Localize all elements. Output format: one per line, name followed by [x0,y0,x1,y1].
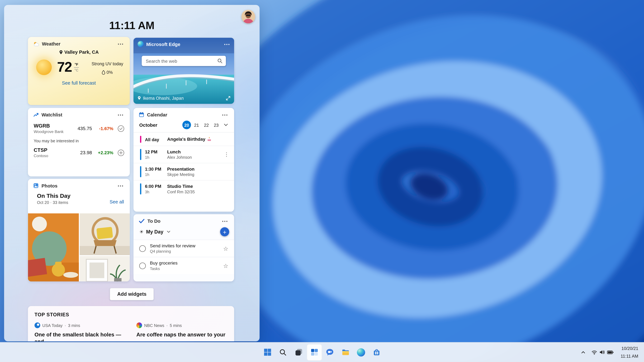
photo-location-pin-icon [138,96,141,100]
photos-heading: On This Day [37,192,70,199]
usa-today-logo-icon [34,323,40,328]
task-row[interactable]: Send invites for review Q4 planning ☆ [134,240,234,257]
story-headline[interactable]: Are coffee naps the answer to your [136,332,228,338]
stock-added-button[interactable] [116,124,125,133]
todo-icon [139,218,144,223]
story-age: 5 mins [170,323,182,328]
calendar-event[interactable]: 1:30 PM 1h Presentation Skype Meeting [134,163,234,180]
photo-thumbnail-frame[interactable] [80,256,130,281]
news-story[interactable]: NBC News · 5 mins Are coffee naps the an… [136,323,228,341]
todo-list-dropdown-button[interactable] [166,230,171,234]
event-title: Angela's Birthday [167,137,205,142]
calendar-event-allday[interactable]: All day Angela's Birthday [134,133,234,146]
stock-name: Contoso [34,154,72,158]
weather-more-button[interactable]: ⋯ [116,41,125,46]
event-color-bar [140,149,141,160]
stock-price: 435.75 [78,126,92,131]
calendar-event[interactable]: 6:00 PM 3h Studio Time Conf Rm 32/35 [134,180,234,197]
weather-widget: Weather ⋯ Valley Park, CA 72 °F °C Stron… [28,37,130,105]
store-button[interactable] [369,344,384,361]
photos-icon [33,183,39,188]
photos-more-button[interactable]: ⋯ [116,183,125,188]
photo-thumbnail-still-life[interactable] [28,213,79,281]
calendar-date-23[interactable]: 23 [212,121,220,129]
hidden-icons-button[interactable] [578,345,588,360]
todo-list-name[interactable]: My Day [146,229,164,235]
widgets-panel: 11:11 AM Weather ⋯ [4,5,260,342]
widgets-button[interactable] [306,344,322,361]
calendar-date-22[interactable]: 22 [202,121,211,129]
my-day-sun-icon: ☀ [139,229,144,235]
weather-location-row: Valley Park, CA [28,50,130,55]
stock-change: +2.23% [92,150,113,155]
chat-button[interactable] [322,344,337,361]
todo-more-button[interactable]: ⋯ [220,218,229,223]
add-task-button[interactable]: + [220,227,229,236]
story-source: USA Today [42,323,63,328]
taskbar-clock[interactable]: 10/20/21 11:11 AM [617,345,642,360]
user-avatar[interactable] [242,10,255,23]
task-checkbox[interactable] [139,262,146,269]
chevron-up-icon [581,350,586,355]
calendar-expand-button[interactable] [223,123,229,127]
user-avatar-image [242,10,255,23]
top-stories-heading: TOP STORIES [28,306,234,323]
calendar-date-20[interactable]: 20 [182,121,191,129]
volume-icon [599,350,605,355]
edge-icon [138,41,144,47]
see-full-forecast-link[interactable]: See full forecast [28,80,130,85]
event-duration: 1h [145,172,164,177]
stock-row[interactable]: CTSP Contoso 23.98 +2.23% [28,144,130,160]
event-time: 12 PM [145,149,164,154]
desktop: 11:11 AM Weather ⋯ [0,0,644,362]
task-row[interactable]: Buy groceries Tasks ☆ [134,257,234,274]
event-subtitle: Skype Meeting [167,172,194,177]
todo-widget: To Do ⋯ ☀ My Day + Send invites for revi… [134,214,234,281]
droplet-icon [102,70,105,74]
edge-search-input[interactable] [142,56,226,66]
calendar-event[interactable]: 12 PM 1h Lunch Alex Johnson ⋮ [134,146,234,163]
watchlist-suggestion-label: You may be interested in [28,136,130,144]
stock-price: 23.98 [80,150,92,155]
story-headline[interactable]: One of the smallest black holes — and [34,332,126,341]
see-all-link[interactable]: See all [110,199,124,204]
search-button[interactable] [275,344,290,361]
event-title: Lunch [167,149,192,154]
task-checkbox[interactable] [139,245,146,252]
file-explorer-button[interactable] [338,344,353,361]
task-view-icon [295,348,302,356]
stock-name: Woodgrove Bank [34,129,72,134]
event-options-button[interactable]: ⋮ [222,152,231,157]
battery-icon [607,350,614,354]
task-star-button[interactable]: ☆ [222,245,229,252]
network-volume-battery-button[interactable] [588,345,616,360]
wifi-icon [592,350,597,355]
photos-widget: Photos ⋯ On This Day Oct 20 · 33 items S… [28,179,130,281]
edge-more-button[interactable]: ⋯ [223,41,231,47]
event-title: Studio Time [167,184,195,189]
expand-icon[interactable] [226,96,230,100]
start-button[interactable] [260,344,275,361]
calendar-more-button[interactable]: ⋯ [220,112,229,117]
photo-thumbnail-chair[interactable] [80,213,130,255]
stock-row[interactable]: WGRB Woodgrove Bank 435.75 -1.67% [28,120,130,136]
event-color-bar [140,136,141,143]
chevron-down-icon [224,124,228,126]
unit-celsius[interactable]: °C [74,68,79,73]
chevron-down-icon [167,231,170,233]
stock-add-button[interactable] [116,149,125,157]
news-story[interactable]: USA Today · 3 mins One of the smallest b… [34,323,126,341]
weather-unit-toggle[interactable]: °F °C [74,63,79,73]
watchlist-more-button[interactable]: ⋯ [116,112,125,117]
add-widgets-button[interactable]: Add widgets [110,288,154,300]
story-separator: · [64,323,66,328]
bridge-photo [134,38,234,104]
task-view-button[interactable] [291,344,306,361]
stock-symbol: WGRB [34,123,72,129]
unit-fahrenheit[interactable]: °F [74,63,79,68]
edge-widget: Microsoft Edge ⋯ Ikema Ohashi, Japan [134,38,234,104]
edge-browser-button[interactable] [354,344,368,361]
calendar-date-21[interactable]: 21 [192,121,201,129]
taskbar-time: 11:11 AM [621,353,638,359]
task-star-button[interactable]: ☆ [222,262,229,269]
